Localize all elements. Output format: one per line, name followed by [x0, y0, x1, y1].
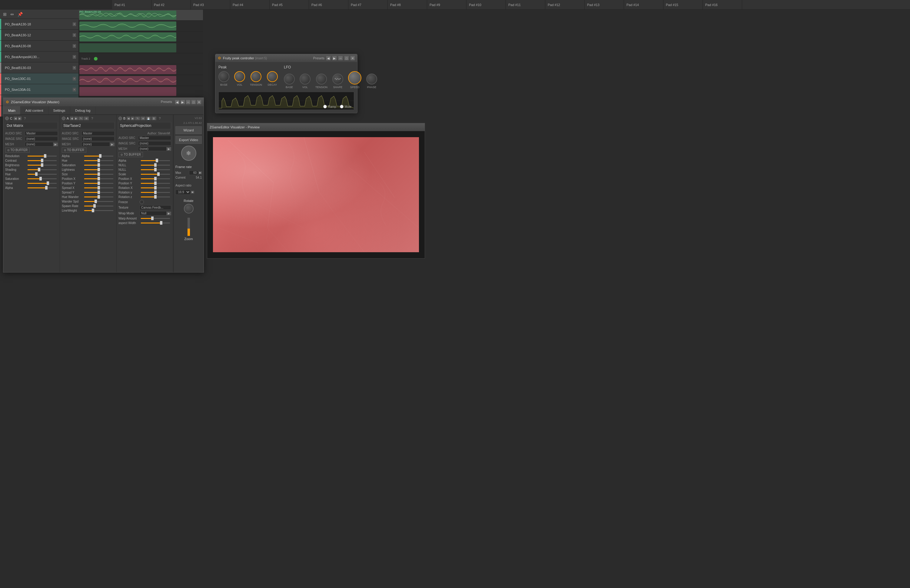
col-b-image-value[interactable]: (none): [138, 141, 171, 145]
pad-1[interactable]: Pad #1: [112, 0, 151, 10]
track-expand-btn[interactable]: +: [73, 55, 76, 59]
pad-7[interactable]: Pad #7: [348, 0, 388, 10]
base-knob[interactable]: [219, 71, 229, 82]
col-b-radio[interactable]: [118, 116, 122, 120]
rotx-b-slider[interactable]: [141, 187, 170, 188]
clip-row[interactable]: [79, 31, 203, 42]
col-c-image-value[interactable]: (none): [25, 137, 58, 141]
close-btn[interactable]: ✕: [197, 100, 201, 104]
col-a-prev[interactable]: ◀: [70, 116, 74, 120]
col-c-to-buffer[interactable]: ⊙ TO BUFFER: [5, 147, 30, 153]
track-expand-btn[interactable]: +: [73, 44, 76, 48]
clip-row[interactable]: PO_BeatA130-18: [79, 10, 203, 21]
lfo-tension-knob[interactable]: [316, 74, 327, 84]
col-b-save[interactable]: 💾: [146, 116, 151, 120]
aspectwidth-b-slider[interactable]: [141, 223, 170, 223]
lfo-vol-knob[interactable]: [300, 74, 311, 84]
col-a-audio-value[interactable]: Master: [81, 131, 115, 136]
pad-10[interactable]: Pad #10: [466, 0, 506, 10]
null-b1-slider[interactable]: [141, 165, 170, 166]
posx-b-slider[interactable]: [141, 178, 170, 179]
rotate-knob[interactable]: [184, 204, 194, 213]
tab-add-content[interactable]: Add content: [21, 106, 49, 115]
zoom-slider[interactable]: [188, 218, 190, 236]
value-slider[interactable]: [28, 183, 57, 184]
hue-slider[interactable]: [28, 174, 57, 175]
spawnrate-a-slider[interactable]: [84, 205, 113, 207]
wizard-button[interactable]: Wizard: [175, 126, 202, 134]
pad-3[interactable]: Pad #3: [191, 0, 230, 10]
prev-preset-btn[interactable]: ◀: [326, 56, 330, 60]
col-c-audio-value[interactable]: Master: [25, 131, 58, 136]
phase-knob[interactable]: [366, 74, 377, 84]
aspect-btn[interactable]: ▶: [191, 191, 194, 194]
tab-settings[interactable]: Settings: [49, 106, 71, 115]
shading-slider[interactable]: [28, 169, 57, 170]
col-b-audio-value[interactable]: Master: [138, 136, 171, 140]
brightness-slider[interactable]: [28, 165, 57, 166]
alpha-c-slider[interactable]: [28, 187, 57, 188]
wanderspd-a-slider[interactable]: [84, 201, 113, 202]
saturation-a-slider[interactable]: [84, 165, 113, 166]
shape-knob[interactable]: [332, 74, 343, 84]
decay-knob[interactable]: [267, 71, 278, 82]
col-c-radio[interactable]: [5, 116, 9, 120]
lightness-a-slider[interactable]: [84, 169, 113, 170]
alpha-a-slider[interactable]: [84, 156, 113, 157]
pad-2[interactable]: Pad #2: [151, 0, 191, 10]
ramp-radio[interactable]: [323, 105, 327, 108]
clip-row[interactable]: [79, 21, 203, 31]
col-c-prev[interactable]: ◀: [14, 116, 17, 120]
track-item[interactable]: PO_BeatAmpedA130... +: [0, 52, 78, 62]
posy-b-slider[interactable]: [141, 183, 170, 184]
col-b-preset[interactable]: SphericalProjection: [118, 122, 171, 129]
track-expand-btn[interactable]: +: [73, 88, 76, 91]
clip-row[interactable]: [79, 75, 203, 86]
col-c-next[interactable]: ▶: [18, 116, 21, 120]
col-a-image-value[interactable]: (none): [81, 137, 115, 141]
track-item[interactable]: PO_BeatA130-18 +: [0, 19, 78, 30]
col-a-radio[interactable]: [62, 116, 65, 120]
texture-value[interactable]: Canvas Feedb...: [140, 205, 171, 210]
track-item[interactable]: PO_Sive130A-01 +: [0, 84, 78, 95]
alpha-b-slider[interactable]: [141, 160, 170, 161]
col-a-more[interactable]: ⊕: [84, 116, 89, 120]
col-a-edit[interactable]: ✎: [78, 116, 83, 120]
track-item[interactable]: PO_BeatA130-08 +: [0, 40, 78, 52]
pad-15[interactable]: Pad #15: [664, 0, 703, 10]
toolbar-grid-btn[interactable]: ⊞: [2, 11, 7, 17]
pad-16[interactable]: Pad #16: [703, 0, 742, 10]
pad-6[interactable]: Pad #6: [309, 0, 348, 10]
col-a-mesh-btn[interactable]: ▶: [110, 143, 115, 146]
pad-4[interactable]: Pad #4: [230, 0, 270, 10]
max-increment-btn[interactable]: ▶: [199, 171, 202, 174]
col-b-prev[interactable]: ◀: [126, 116, 130, 120]
roty-b-slider[interactable]: [141, 192, 170, 193]
next-preset-btn[interactable]: ▶: [332, 56, 337, 60]
vol-knob[interactable]: [234, 71, 245, 82]
hue-a-slider[interactable]: [84, 160, 113, 161]
maximize-btn[interactable]: □: [345, 56, 349, 60]
scale-b-slider[interactable]: [141, 174, 170, 175]
posy-a-slider[interactable]: [84, 183, 113, 184]
col-b-del[interactable]: 🗑: [151, 116, 156, 120]
next-btn[interactable]: ▶: [181, 100, 185, 104]
col-b-mesh-value[interactable]: (none): [138, 147, 167, 151]
wrapmode-btn[interactable]: ▶: [167, 212, 171, 215]
mute-radio[interactable]: [340, 105, 343, 108]
lfo-base-knob[interactable]: [284, 74, 295, 84]
pad-13[interactable]: Pad #13: [585, 0, 624, 10]
max-value[interactable]: 60: [189, 170, 198, 175]
warpamount-b-slider[interactable]: [141, 218, 170, 219]
col-c-mesh-value[interactable]: (none): [25, 142, 53, 147]
contrast-slider[interactable]: [28, 160, 57, 161]
col-a-preset[interactable]: StarTaser2: [62, 122, 115, 129]
col-b-edit[interactable]: ✎: [135, 116, 140, 120]
clip-row[interactable]: [79, 86, 203, 97]
col-c-preset[interactable]: Dot Matrix: [5, 122, 58, 129]
minimize-btn[interactable]: ─: [338, 56, 343, 60]
resolution-slider[interactable]: [28, 156, 57, 157]
tab-main[interactable]: Main: [3, 106, 21, 115]
lineweight-a-slider[interactable]: [84, 210, 113, 211]
speed-knob[interactable]: [348, 71, 361, 84]
